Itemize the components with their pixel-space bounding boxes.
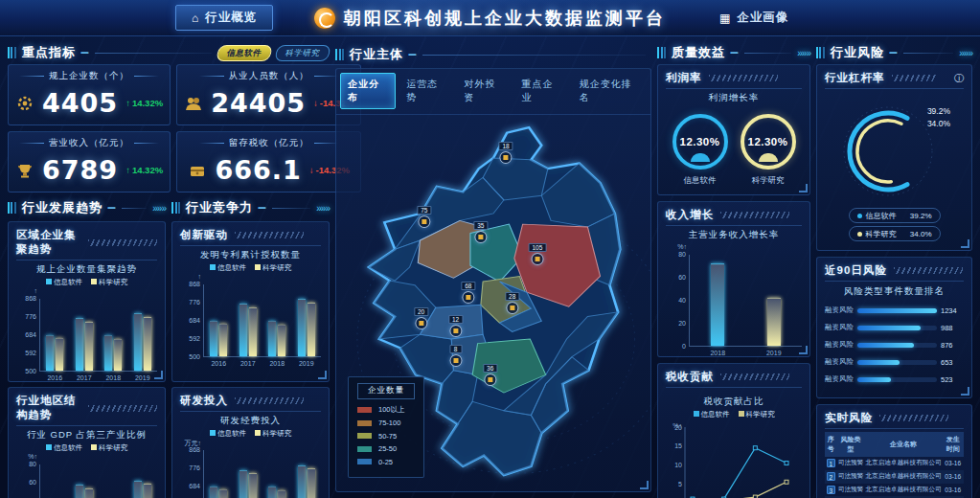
page-title-text: 朝阳区科创规上企业大数据监测平台 [344, 7, 666, 30]
marker-value: 36 [483, 364, 497, 373]
legend-label: 100以上 [378, 405, 405, 415]
marker-value: 75 [417, 206, 431, 215]
chart-legend: 信息软件科学研究 [16, 278, 157, 287]
hatch-decoration [709, 75, 778, 81]
info-icon[interactable]: ⓘ [954, 72, 964, 85]
chart-legend: 信息软件科学研究 [180, 263, 321, 273]
recent-risk-card: 近90日风险 风险类型事件数量排名 融资风险1234融资风险988融资风险876… [816, 257, 972, 398]
section-bars-icon [8, 202, 16, 214]
legend-swatch [46, 279, 52, 284]
recent-risk-subtitle: 近90日风险 [825, 263, 887, 278]
map-marker[interactable]: 75 [417, 206, 431, 228]
legend-swatch [357, 433, 372, 439]
table-header: 企业名称 [864, 432, 942, 457]
table-row[interactable]: 3司法预警北京启迪卓越科技有限公司03-16 [825, 484, 964, 497]
map-marker[interactable]: 28 [505, 292, 519, 314]
tab-对外投资[interactable]: 对外投资 [457, 74, 511, 108]
map-marker[interactable]: 8 [449, 345, 462, 367]
trend-section-title: 行业发展趋势 [22, 199, 103, 216]
chart-title: 主营业务收入增长率 [666, 229, 802, 241]
key-metrics-title: 重点指标 [22, 44, 76, 61]
section-bars-icon [816, 47, 825, 58]
metric-delta: ↑14.32% [125, 98, 163, 108]
district-map[interactable]: 18753510568282012836 企业数量 100以上75-10050-… [336, 115, 650, 491]
metric-label: 从业人员数（人） [184, 70, 353, 82]
metric-label: 规上企业数（个） [15, 70, 163, 82]
competition-more-chevrons[interactable]: »»» [316, 203, 330, 214]
bar-group: 2016 [46, 464, 63, 498]
x-tick: 2019 [766, 350, 782, 356]
metric-label: 留存税收（亿元） [184, 137, 353, 149]
nav-industry-overview[interactable]: ⌂ 行业概览 [175, 5, 273, 31]
table-cell: 03-16 [943, 470, 964, 484]
x-tick: 2019 [135, 374, 150, 381]
chart-title: 规上企业数量集聚趋势 [16, 263, 157, 276]
tab-运营态势[interactable]: 运营态势 [399, 74, 453, 108]
home-icon: ⌂ [192, 11, 199, 25]
chart-legend: 信息软件科学研究 [180, 429, 321, 439]
quality-more-chevrons[interactable]: »»» [797, 48, 810, 58]
tab-规企变化排名[interactable]: 规企变化排名 [573, 74, 647, 108]
legend-dot [857, 232, 862, 237]
profit-subtitle: 利润率 [666, 71, 702, 85]
table-cell: 司法预警 [837, 457, 865, 470]
legend-label: 50-75 [378, 432, 397, 441]
bar-信息软件 [239, 470, 247, 498]
toggle-信息软件[interactable]: 信息软件 [216, 45, 273, 61]
marker-value: 28 [505, 292, 519, 301]
svg-text:10: 10 [674, 462, 682, 468]
marker-building-icon [449, 325, 462, 337]
marker-value: 12 [448, 315, 463, 324]
map-legend-item: 100以上 [357, 405, 415, 415]
bar-group: 2019 [134, 299, 151, 371]
map-marker[interactable]: 20 [414, 307, 428, 329]
toggle-科学研究[interactable]: 科学研究 [274, 45, 331, 61]
profit-rate-card: 利润率 利润增长率 12.30%信息软件12.30%科学研究 [657, 64, 810, 195]
table-row[interactable]: 1司法预警北京启迪卓越科技有限公司03-16 [825, 457, 964, 470]
y-axis: ↑868776684592500 [16, 289, 39, 375]
map-marker[interactable]: 18 [498, 142, 513, 164]
svg-text:%↑: %↑ [672, 422, 682, 429]
bar-group: 2018 [268, 450, 285, 498]
section-bars-icon [657, 47, 666, 58]
bar-group: 2018 [104, 299, 122, 371]
metric-label: 营业收入（亿元） [15, 137, 163, 149]
legend-dot [857, 214, 862, 218]
bar-科学研究 [85, 322, 93, 371]
gauge-label: 信息软件 [672, 175, 728, 187]
trend-more-chevrons[interactable]: »»» [152, 203, 166, 214]
tax-contribution-card: 税收贡献 税收贡献占比信息软件科学研究20151050%↑20162017201… [657, 363, 810, 498]
tab-重点企业[interactable]: 重点企业 [515, 74, 569, 108]
map-marker[interactable]: 12 [448, 315, 463, 337]
risk-more-chevrons[interactable]: »»» [959, 48, 972, 58]
tab-企业分布[interactable]: 企业分布 [340, 73, 396, 109]
risk-bar-row: 融资风险988 [825, 323, 964, 332]
bar-group: 2019 [134, 464, 151, 498]
table-row[interactable]: 2司法预警北京启迪卓越科技有限公司03-16 [825, 470, 964, 484]
risk-bar-label: 融资风险 [825, 357, 857, 367]
risk-bar-label: 融资风险 [825, 340, 857, 350]
section-bars-icon [8, 47, 16, 58]
legend-item: 科学研究 [91, 443, 127, 453]
marker-value: 105 [528, 243, 546, 252]
y-tick: 868 [189, 281, 200, 287]
competition-section-header: 行业竞争力 – »»» [171, 197, 330, 218]
bar-group: 2019 [298, 284, 315, 356]
risk-bar-row: 融资风险1234 [825, 306, 964, 315]
leverage-subtitle: 行业杠杆率 [825, 71, 885, 85]
nav-enterprise-portrait[interactable]: ▦ 企业画像 [704, 6, 804, 30]
map-marker[interactable]: 68 [461, 282, 475, 304]
map-marker[interactable]: 105 [528, 243, 546, 265]
map-marker[interactable]: 35 [473, 221, 488, 243]
map-marker[interactable]: 36 [483, 364, 497, 386]
chart-gdp-share: 行业 GDP 占第三产业比例信息软件科学研究%↑8060402002016201… [16, 429, 157, 498]
y-tick: 80 [29, 461, 36, 467]
chart-cluster-trend: 规上企业数量集聚趋势信息软件科学研究↑868776684592500201620… [16, 263, 157, 375]
main-section-header: 行业主体 – [335, 44, 651, 65]
legend-swatch [694, 411, 699, 417]
y-axis-unit: ↑ [34, 287, 38, 294]
marker-value: 68 [461, 282, 475, 290]
chart-rd-spending: 研发经费投入信息软件科学研究万元↑86877668459250020162017… [180, 415, 321, 498]
bar-科学研究 [56, 338, 63, 371]
table-cell: 北京启迪卓越科技有限公司 [864, 484, 942, 497]
